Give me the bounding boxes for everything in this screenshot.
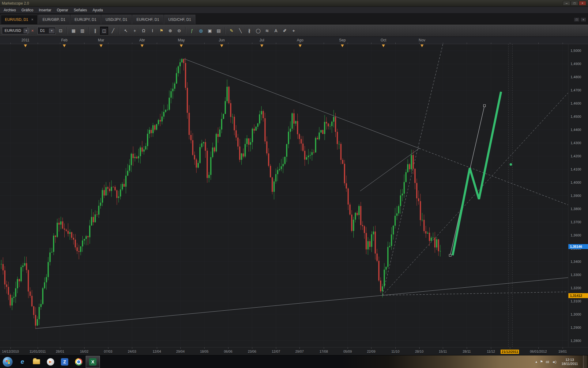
price-label: 1,4300 (571, 141, 581, 145)
ruler-tick (563, 43, 563, 44)
highlighter-tool-icon[interactable]: ✐ (281, 27, 289, 35)
menu-item-2[interactable]: Insertar (36, 7, 54, 13)
menu-item-3[interactable]: Operar (54, 7, 70, 13)
text-tool-icon[interactable]: I (149, 27, 156, 35)
candlestick-chart-icon[interactable]: ◫ (100, 27, 108, 35)
price-label: 1,2900 (571, 326, 581, 329)
tab-3[interactable]: USD/JPY, D1 (101, 15, 132, 24)
fibonacci-tool-icon[interactable]: ≋ (263, 27, 271, 35)
menu-item-0[interactable]: Archivo (1, 7, 18, 13)
alert-price-badge: 1,31412 (568, 293, 588, 298)
price-label: 1,4100 (571, 167, 581, 171)
channel-tool-icon[interactable]: ∦ (245, 27, 253, 35)
taskbar-app-excel[interactable]: X (86, 356, 100, 368)
volume-icon[interactable]: ◄) (552, 360, 556, 364)
pencil-tool-icon[interactable]: ✎ (228, 27, 236, 35)
signals-icon[interactable]: ◍ (197, 27, 205, 35)
tab-4[interactable]: EUR/CHF, D1 (132, 15, 164, 24)
chart-properties-icon[interactable]: ⊡ (57, 27, 65, 35)
restore-child-button[interactable]: □ (574, 17, 579, 22)
menu-item-1[interactable]: Gráfico (19, 7, 36, 13)
action-center-icon[interactable]: ⚑ (540, 360, 543, 364)
taskbar-app-trading-station[interactable]: Z (58, 356, 72, 368)
price-label: 1,4400 (571, 128, 581, 132)
period-select[interactable]: D1 ▼ (37, 27, 56, 34)
menu-item-5[interactable]: Ayuda (90, 7, 105, 13)
date-label: 11/10 (391, 350, 400, 353)
ruler-tick (10, 43, 11, 44)
trendline-tool-icon[interactable]: ╲ (236, 27, 244, 35)
symbol-select[interactable]: EUR/USD ▼ (2, 27, 28, 34)
minimize-button[interactable]: – (563, 1, 570, 6)
taskbar-app-internet-explorer[interactable]: e (15, 356, 29, 368)
date-label: 19/01 (558, 350, 567, 353)
price-chart[interactable] (0, 44, 568, 347)
month-label: Mar (98, 38, 104, 42)
show-hidden-icons[interactable]: ▴ (536, 360, 537, 364)
date-label: 15/11 (439, 350, 447, 353)
start-button[interactable] (2, 357, 13, 367)
price-label: 1,4600 (571, 102, 581, 105)
date-label: 28/10 (415, 350, 424, 353)
system-tray: ▴⚑ılıl◄) 12:13 18/11/2011 (536, 355, 588, 368)
date-label: 23/06 (248, 350, 256, 353)
month-label: Ago (297, 38, 303, 42)
taskbar-app-chrome[interactable] (72, 356, 86, 368)
zoom-in-icon[interactable]: ⊕ (166, 27, 174, 35)
taskbar-app-media-player[interactable]: ▶ (43, 356, 58, 368)
crosshair-icon[interactable]: + (131, 27, 139, 35)
tab-1[interactable]: EUR/GBP, D1 (38, 15, 70, 24)
close-button[interactable]: × (579, 1, 586, 6)
date-label: 24/03 (128, 350, 136, 353)
ruler-tick (38, 43, 38, 44)
date-label: 06/06 (224, 350, 232, 353)
taskbar-clock[interactable]: 12:13 18/11/2011 (559, 358, 580, 366)
show-desktop-button[interactable] (583, 355, 587, 368)
cursor-icon[interactable]: ↖ (122, 27, 130, 35)
toolbar: EUR/USD ▼ × D1 ▼ ⊡▦▥∥◫╱↖+ΩI⚑⊕⊖ƒ◍▣▤✎╲∦◯≋A… (0, 25, 588, 37)
calendar-icon[interactable]: ▤ (215, 27, 223, 35)
close-child-button[interactable]: × (581, 17, 586, 22)
tab-2[interactable]: EUR/JPY, D1 (70, 15, 101, 24)
marker-flag-icon[interactable]: ⚑ (157, 27, 165, 35)
clock-date: 18/11/2011 (562, 362, 578, 366)
new-chart-icon[interactable]: ▦ (70, 27, 77, 35)
tab-0[interactable]: EUR/USD, D1× (1, 15, 38, 24)
tabs: EUR/USD, D1×EUR/GBP, D1EUR/JPY, D1USD/JP… (1, 15, 196, 24)
menu-item-4[interactable]: Señales (71, 7, 89, 13)
indicators-icon[interactable]: ƒ (188, 27, 196, 35)
maximize-button[interactable]: □ (571, 1, 578, 6)
date-axis[interactable]: 14/12/201011/01/201128/0116/0207/0324/03… (0, 347, 588, 355)
zoom-out-icon[interactable]: ⊖ (175, 27, 183, 35)
label-tool-icon[interactable]: A (272, 27, 280, 35)
month-label: Jun (219, 38, 224, 42)
price-label: 1,4700 (571, 88, 581, 92)
clock-time: 12:13 (562, 358, 578, 362)
ruler-tick (180, 43, 181, 44)
date-tick (538, 347, 539, 349)
window-title: Marketscope 2.0 (2, 1, 29, 6)
tab-close-icon[interactable]: × (31, 17, 33, 22)
date-label-highlighted: 21/12/2011 (501, 350, 519, 354)
snapshot-icon[interactable]: ▣ (206, 27, 214, 35)
price-label: 1,3600 (571, 233, 581, 237)
anchor-tool-icon[interactable]: ⌖ (290, 27, 298, 35)
tab-5[interactable]: USD/CHF, D1 (164, 15, 195, 24)
network-icon[interactable]: ılıl (546, 360, 549, 364)
bar-chart-icon[interactable]: ∥ (91, 27, 99, 35)
ellipse-tool-icon[interactable]: ◯ (254, 27, 262, 35)
arrange-windows-icon[interactable]: ▥ (78, 27, 86, 35)
toolbar-separator (67, 27, 67, 34)
close-chart-icon[interactable]: × (28, 27, 36, 35)
date-tick (395, 347, 396, 349)
magnet-icon[interactable]: Ω (140, 27, 148, 35)
date-label: 14/12/2010 (2, 350, 19, 353)
date-tick (467, 347, 467, 349)
price-label: 1,4800 (571, 75, 581, 79)
taskbar-app-windows-explorer[interactable] (29, 356, 43, 368)
price-axis[interactable]: 1,50001,49001,48001,47001,46001,45001,44… (568, 44, 588, 347)
line-chart-icon[interactable]: ╱ (109, 27, 117, 35)
date-label: 12/07 (272, 350, 280, 353)
toolbar-separator (225, 27, 225, 34)
ruler-tick (108, 43, 108, 44)
